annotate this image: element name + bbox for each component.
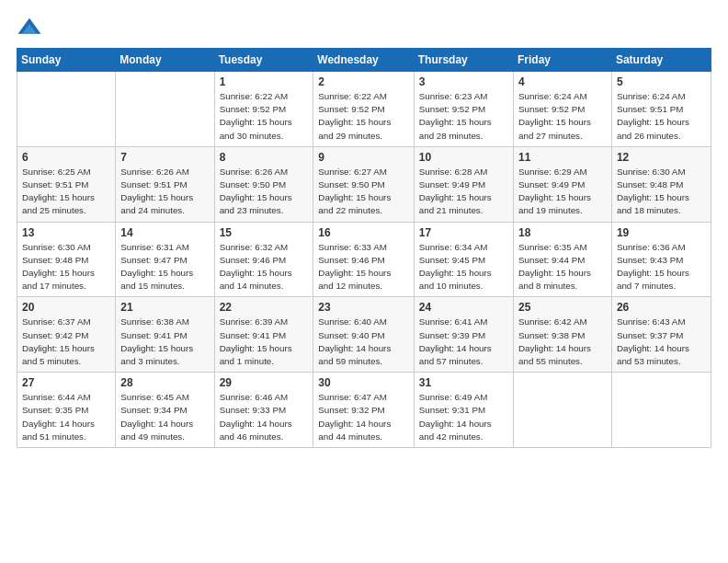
calendar-cell: 11Sunrise: 6:29 AM Sunset: 9:49 PM Dayli… [514, 146, 612, 222]
calendar-cell: 28Sunrise: 6:45 AM Sunset: 9:34 PM Dayli… [116, 373, 214, 448]
day-number: 25 [518, 301, 607, 314]
calendar-cell: 3Sunrise: 6:23 AM Sunset: 9:52 PM Daylig… [414, 72, 513, 147]
calendar-cell: 9Sunrise: 6:27 AM Sunset: 9:50 PM Daylig… [313, 146, 414, 222]
day-info: Sunrise: 6:26 AM Sunset: 9:51 PM Dayligh… [120, 166, 209, 218]
day-number: 27 [22, 376, 110, 389]
day-info: Sunrise: 6:22 AM Sunset: 9:52 PM Dayligh… [220, 90, 309, 143]
day-number: 1 [220, 75, 309, 88]
day-number: 30 [318, 376, 408, 389]
calendar-cell [514, 373, 612, 448]
day-number: 12 [617, 151, 706, 164]
day-info: Sunrise: 6:30 AM Sunset: 9:48 PM Dayligh… [617, 166, 706, 218]
col-header-sunday: Sunday [17, 49, 116, 72]
calendar-cell: 20Sunrise: 6:37 AM Sunset: 9:42 PM Dayli… [17, 297, 116, 373]
calendar-week-row: 6Sunrise: 6:25 AM Sunset: 9:51 PM Daylig… [17, 146, 711, 222]
page: SundayMondayTuesdayWednesdayThursdayFrid… [0, 0, 728, 563]
calendar-cell: 17Sunrise: 6:34 AM Sunset: 9:45 PM Dayli… [414, 222, 513, 297]
day-info: Sunrise: 6:45 AM Sunset: 9:34 PM Dayligh… [120, 391, 209, 443]
day-number: 9 [318, 151, 408, 164]
day-info: Sunrise: 6:42 AM Sunset: 9:38 PM Dayligh… [518, 316, 607, 368]
day-info: Sunrise: 6:24 AM Sunset: 9:52 PM Dayligh… [518, 90, 607, 143]
calendar-cell: 23Sunrise: 6:40 AM Sunset: 9:40 PM Dayli… [313, 297, 414, 373]
day-number: 17 [419, 226, 508, 239]
calendar-cell: 4Sunrise: 6:24 AM Sunset: 9:52 PM Daylig… [514, 72, 612, 147]
day-info: Sunrise: 6:43 AM Sunset: 9:37 PM Dayligh… [617, 316, 706, 368]
header [17, 17, 711, 37]
calendar-cell: 26Sunrise: 6:43 AM Sunset: 9:37 PM Dayli… [611, 297, 711, 373]
col-header-monday: Monday [116, 49, 214, 72]
day-number: 7 [120, 151, 209, 164]
calendar-cell [611, 373, 711, 448]
day-number: 29 [220, 376, 309, 389]
day-info: Sunrise: 6:23 AM Sunset: 9:52 PM Dayligh… [419, 90, 508, 143]
calendar-cell: 6Sunrise: 6:25 AM Sunset: 9:51 PM Daylig… [17, 146, 116, 222]
day-info: Sunrise: 6:49 AM Sunset: 9:31 PM Dayligh… [419, 391, 508, 443]
day-info: Sunrise: 6:32 AM Sunset: 9:46 PM Dayligh… [220, 241, 309, 293]
day-info: Sunrise: 6:30 AM Sunset: 9:48 PM Dayligh… [22, 241, 110, 293]
calendar-header-row: SundayMondayTuesdayWednesdayThursdayFrid… [17, 49, 711, 72]
calendar-week-row: 20Sunrise: 6:37 AM Sunset: 9:42 PM Dayli… [17, 297, 711, 373]
calendar-week-row: 13Sunrise: 6:30 AM Sunset: 9:48 PM Dayli… [17, 222, 711, 297]
calendar-cell: 27Sunrise: 6:44 AM Sunset: 9:35 PM Dayli… [17, 373, 116, 448]
day-number: 8 [220, 151, 309, 164]
day-info: Sunrise: 6:34 AM Sunset: 9:45 PM Dayligh… [419, 241, 508, 293]
calendar-table: SundayMondayTuesdayWednesdayThursdayFrid… [17, 48, 711, 448]
day-info: Sunrise: 6:36 AM Sunset: 9:43 PM Dayligh… [617, 241, 706, 293]
day-number: 28 [120, 376, 209, 389]
day-number: 16 [318, 226, 408, 239]
day-number: 6 [22, 151, 110, 164]
day-number: 10 [419, 151, 508, 164]
calendar-week-row: 1Sunrise: 6:22 AM Sunset: 9:52 PM Daylig… [17, 72, 711, 147]
day-number: 22 [220, 301, 309, 314]
calendar-cell: 7Sunrise: 6:26 AM Sunset: 9:51 PM Daylig… [116, 146, 214, 222]
day-number: 11 [518, 151, 607, 164]
day-info: Sunrise: 6:33 AM Sunset: 9:46 PM Dayligh… [318, 241, 408, 293]
calendar-cell: 5Sunrise: 6:24 AM Sunset: 9:51 PM Daylig… [611, 72, 711, 147]
calendar-cell: 14Sunrise: 6:31 AM Sunset: 9:47 PM Dayli… [116, 222, 214, 297]
calendar-cell: 22Sunrise: 6:39 AM Sunset: 9:41 PM Dayli… [214, 297, 313, 373]
calendar-cell: 25Sunrise: 6:42 AM Sunset: 9:38 PM Dayli… [514, 297, 612, 373]
calendar-cell: 8Sunrise: 6:26 AM Sunset: 9:50 PM Daylig… [214, 146, 313, 222]
logo-icon [17, 17, 42, 37]
day-number: 15 [220, 226, 309, 239]
calendar-cell: 13Sunrise: 6:30 AM Sunset: 9:48 PM Dayli… [17, 222, 116, 297]
day-info: Sunrise: 6:40 AM Sunset: 9:40 PM Dayligh… [318, 316, 408, 368]
calendar-cell: 1Sunrise: 6:22 AM Sunset: 9:52 PM Daylig… [214, 72, 313, 147]
day-info: Sunrise: 6:46 AM Sunset: 9:33 PM Dayligh… [220, 391, 309, 443]
day-number: 20 [22, 301, 110, 314]
day-number: 23 [318, 301, 408, 314]
calendar-cell [116, 72, 214, 147]
day-number: 26 [617, 301, 706, 314]
col-header-thursday: Thursday [414, 49, 513, 72]
day-info: Sunrise: 6:28 AM Sunset: 9:49 PM Dayligh… [419, 166, 508, 218]
day-info: Sunrise: 6:25 AM Sunset: 9:51 PM Dayligh… [22, 166, 110, 218]
day-info: Sunrise: 6:37 AM Sunset: 9:42 PM Dayligh… [22, 316, 110, 368]
calendar-cell: 19Sunrise: 6:36 AM Sunset: 9:43 PM Dayli… [611, 222, 711, 297]
col-header-wednesday: Wednesday [313, 49, 414, 72]
day-number: 3 [419, 75, 508, 88]
logo [17, 17, 46, 37]
day-info: Sunrise: 6:27 AM Sunset: 9:50 PM Dayligh… [318, 166, 408, 218]
day-number: 24 [419, 301, 508, 314]
day-info: Sunrise: 6:41 AM Sunset: 9:39 PM Dayligh… [419, 316, 508, 368]
day-info: Sunrise: 6:39 AM Sunset: 9:41 PM Dayligh… [220, 316, 309, 368]
calendar-cell: 10Sunrise: 6:28 AM Sunset: 9:49 PM Dayli… [414, 146, 513, 222]
day-info: Sunrise: 6:22 AM Sunset: 9:52 PM Dayligh… [318, 90, 408, 143]
day-number: 4 [518, 75, 607, 88]
day-info: Sunrise: 6:38 AM Sunset: 9:41 PM Dayligh… [120, 316, 209, 368]
day-number: 13 [22, 226, 110, 239]
calendar-cell: 18Sunrise: 6:35 AM Sunset: 9:44 PM Dayli… [514, 222, 612, 297]
day-number: 18 [518, 226, 607, 239]
calendar-cell: 24Sunrise: 6:41 AM Sunset: 9:39 PM Dayli… [414, 297, 513, 373]
calendar-cell: 15Sunrise: 6:32 AM Sunset: 9:46 PM Dayli… [214, 222, 313, 297]
calendar-cell: 16Sunrise: 6:33 AM Sunset: 9:46 PM Dayli… [313, 222, 414, 297]
day-number: 5 [617, 75, 706, 88]
day-info: Sunrise: 6:31 AM Sunset: 9:47 PM Dayligh… [120, 241, 209, 293]
day-number: 21 [120, 301, 209, 314]
col-header-friday: Friday [514, 49, 612, 72]
day-info: Sunrise: 6:44 AM Sunset: 9:35 PM Dayligh… [22, 391, 110, 443]
calendar-cell: 21Sunrise: 6:38 AM Sunset: 9:41 PM Dayli… [116, 297, 214, 373]
calendar-cell: 31Sunrise: 6:49 AM Sunset: 9:31 PM Dayli… [414, 373, 513, 448]
day-info: Sunrise: 6:26 AM Sunset: 9:50 PM Dayligh… [220, 166, 309, 218]
day-info: Sunrise: 6:35 AM Sunset: 9:44 PM Dayligh… [518, 241, 607, 293]
